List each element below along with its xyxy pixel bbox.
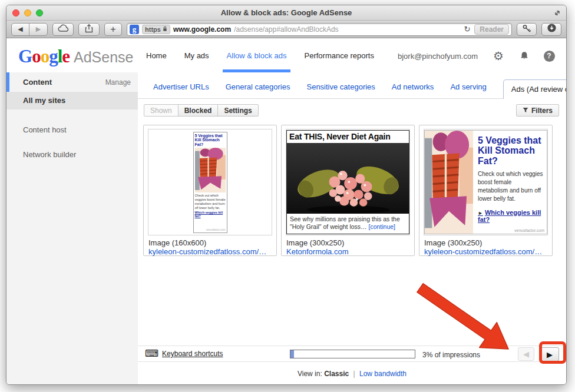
sidebar-item-network-builder[interactable]: Network builder bbox=[6, 150, 138, 159]
ad-display-url-link[interactable]: kyleleon-customizedfatloss.com/… bbox=[148, 247, 272, 256]
tab-ad-networks[interactable]: Ad networks bbox=[392, 82, 434, 98]
forward-button[interactable]: ▶ bbox=[29, 24, 47, 35]
ad-cta-label: Which veggies kill fat? bbox=[478, 209, 541, 223]
key-icon bbox=[522, 24, 531, 35]
ad-format-label: Image (300x250) bbox=[286, 238, 410, 247]
impressions-progress-bar bbox=[290, 350, 415, 358]
view-low-bandwidth-link[interactable]: Low bandwidth bbox=[359, 370, 407, 378]
adsense-header: G o o g l e AdSense Home My ads Allow & … bbox=[6, 39, 566, 72]
password-manager-button[interactable] bbox=[517, 23, 537, 36]
ad-headline: 5 Veggies that Kill Stomach Fat? bbox=[478, 135, 543, 166]
filter-funnel-icon bbox=[523, 107, 528, 115]
ad-display-url-link[interactable]: Ketonformola.com bbox=[286, 247, 410, 256]
ad-thumbnail: 5 Veggies that Kill Stomach Fat? Check o… bbox=[148, 129, 272, 235]
history-buttons: ◀ ▶ bbox=[11, 23, 48, 36]
notifications-bell-icon[interactable] bbox=[518, 49, 531, 62]
ad-format-label: Image (160x600) bbox=[148, 238, 272, 247]
url-path: /adsense/app#allowAndBlockAds bbox=[234, 25, 460, 34]
tab-general-categories[interactable]: General categories bbox=[226, 82, 290, 98]
nav-home[interactable]: Home bbox=[137, 39, 176, 72]
shown-button[interactable]: Shown bbox=[144, 104, 179, 117]
fruit-image bbox=[289, 150, 407, 214]
impressions-label: 3% of impressions bbox=[422, 351, 480, 359]
new-tab-button[interactable]: + bbox=[104, 23, 122, 36]
tab-sensitive-categories[interactable]: Sensitive categories bbox=[306, 82, 375, 98]
keyboard-shortcuts-link[interactable]: Keyboard shortcuts bbox=[162, 350, 223, 358]
reader-button[interactable]: Reader bbox=[474, 24, 509, 35]
settings-button[interactable]: Settings bbox=[217, 104, 258, 117]
ad-text-column: 5 Veggies that Kill Stomach Fat? Check o… bbox=[473, 131, 547, 234]
tab-advertiser-urls[interactable]: Advertiser URLs bbox=[153, 82, 209, 98]
downloads-button[interactable] bbox=[541, 23, 561, 36]
browser-toolbar: ◀ ▶ + g https bbox=[6, 21, 566, 38]
logo-letter: e bbox=[62, 46, 70, 67]
sidebar-item-content-host[interactable]: Content host bbox=[6, 125, 138, 134]
tab-ads-ad-review-center[interactable]: Ads (Ad review center) bbox=[503, 79, 567, 99]
https-label: https bbox=[145, 26, 161, 33]
lock-icon bbox=[163, 26, 167, 33]
logo-letter: G bbox=[18, 46, 32, 67]
filters-button[interactable]: Filters bbox=[516, 104, 559, 117]
account-email: bjork@pinchofyum.com bbox=[398, 52, 478, 61]
browser-window: Allow & block ads: Google AdSense ◀ ▶ + bbox=[6, 5, 567, 385]
sidebar-section-label: Content bbox=[6, 78, 52, 87]
title-bar: Allow & block ads: Google AdSense bbox=[6, 5, 566, 21]
share-button[interactable] bbox=[78, 23, 100, 36]
sidebar-item-all-my-sites[interactable]: All my sites bbox=[6, 92, 138, 109]
main-panel: Advertiser URLs General categories Sensi… bbox=[138, 72, 566, 384]
progress-fill bbox=[290, 350, 294, 358]
url-domain: www.google.com bbox=[173, 25, 231, 34]
view-toggle-group: Shown Blocked Settings bbox=[144, 104, 259, 117]
nav-allow-block-ads[interactable]: Allow & block ads bbox=[218, 39, 296, 72]
google-favicon: g bbox=[130, 25, 139, 34]
ad-creative-rectangle: 5 Veggies that Kill Stomach Fat? Check o… bbox=[424, 130, 547, 234]
ad-body-text: Check out which veggies boost female met… bbox=[195, 194, 226, 210]
ad-format-label: Image (300x250) bbox=[424, 238, 548, 247]
view-in-bar: View in: Classic | Low bandwidth bbox=[138, 370, 566, 378]
separator: | bbox=[353, 370, 355, 378]
ad-creative-rectangle: Eat THIS, Never Diet Again See why milli… bbox=[286, 130, 409, 234]
ad-thumbnail: 5 Veggies that Kill Stomach Fat? Check o… bbox=[424, 129, 548, 235]
view-classic: Classic bbox=[324, 370, 349, 378]
blocked-button[interactable]: Blocked bbox=[178, 104, 219, 117]
page-body: Content Manage All my sites Content host… bbox=[6, 72, 566, 384]
address-bar[interactable]: g https www.google.com /adsense/app#allo… bbox=[127, 23, 512, 36]
tab-ad-serving[interactable]: Ad serving bbox=[450, 82, 486, 98]
help-icon[interactable]: ? bbox=[543, 49, 556, 62]
ad-continue-link: [continue] bbox=[369, 223, 396, 230]
review-toolbar: Shown Blocked Settings Filters bbox=[144, 104, 559, 117]
back-button[interactable]: ◀ bbox=[12, 24, 29, 35]
google-adsense-logo: G o o g l e AdSense bbox=[18, 46, 133, 67]
view-in-label: View in: bbox=[298, 370, 322, 378]
ad-cta-link: ►Which veggies kill fat? bbox=[478, 209, 543, 223]
logo-letter: g bbox=[49, 46, 58, 67]
ad-attribution: venusfactor.com bbox=[514, 228, 544, 232]
logo-product-name: AdSense bbox=[74, 49, 133, 66]
manage-link[interactable]: Manage bbox=[105, 78, 131, 87]
reload-icon[interactable]: ↻ bbox=[462, 25, 471, 34]
ad-cards: 5 Veggies that Kill Stomach Fat? Check o… bbox=[143, 125, 566, 256]
torso-image bbox=[425, 131, 473, 234]
ad-cta-link: Which veggies kill fat? bbox=[195, 211, 226, 218]
settings-gear-icon[interactable]: ⚙ bbox=[492, 49, 505, 62]
cta-arrow-icon: ► bbox=[478, 210, 483, 216]
logo-letter: l bbox=[58, 46, 62, 67]
https-badge: https bbox=[142, 25, 170, 34]
filters-label: Filters bbox=[531, 107, 553, 115]
ad-card[interactable]: 5 Veggies that Kill Stomach Fat? Check o… bbox=[419, 125, 553, 256]
ad-headline: Eat THIS, Never Diet Again bbox=[287, 131, 409, 144]
sidebar-section-content: Content Manage bbox=[6, 72, 138, 92]
icloud-tabs-button[interactable] bbox=[52, 23, 74, 36]
download-icon bbox=[547, 23, 557, 35]
keyboard-shortcuts: ⌨ Keyboard shortcuts bbox=[145, 349, 223, 358]
logo-letter: o bbox=[32, 46, 41, 67]
ad-card[interactable]: 5 Veggies that Kill Stomach Fat? Check o… bbox=[143, 125, 277, 256]
fullscreen-icon[interactable] bbox=[553, 9, 561, 17]
ad-display-url-link[interactable]: kyleleon-customizedfatloss.com/… bbox=[424, 247, 548, 256]
ad-card[interactable]: Eat THIS, Never Diet Again See why milli… bbox=[281, 125, 415, 256]
pager-bar: ⌨ Keyboard shortcuts 3% of impressions ◀… bbox=[138, 346, 566, 362]
nav-my-ads[interactable]: My ads bbox=[176, 39, 218, 72]
ad-thumbnail: Eat THIS, Never Diet Again See why milli… bbox=[286, 129, 410, 235]
next-page-button[interactable]: ▶ bbox=[540, 347, 559, 361]
nav-performance-reports[interactable]: Performance reports bbox=[295, 39, 383, 72]
